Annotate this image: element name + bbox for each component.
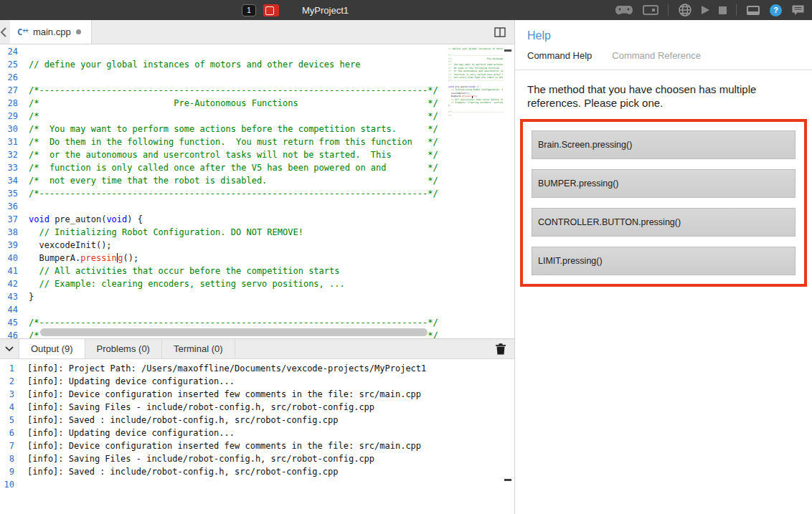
- collapse-panel-chevron-icon[interactable]: [0, 339, 19, 358]
- log-line-number: 8: [0, 452, 20, 465]
- help-button[interactable]: ?: [770, 4, 782, 16]
- code-line: [29, 71, 443, 84]
- line-number: 44: [0, 303, 24, 316]
- help-tab[interactable]: Command Reference: [612, 50, 701, 61]
- line-number: 45: [0, 316, 24, 329]
- line-number: 30: [0, 123, 24, 135]
- split-editor-button[interactable]: [494, 20, 514, 44]
- code-line: // define your global instances of motor…: [448, 47, 503, 50]
- log-line: [info]: Saved : include/robot-config.h, …: [27, 414, 506, 427]
- log-scroll-mark[interactable]: [504, 479, 511, 481]
- code-line: /* Do them in the following function. Yo…: [29, 135, 443, 148]
- project-title[interactable]: MyProject1: [302, 5, 349, 16]
- line-number: 41: [0, 265, 24, 277]
- toolbar: ?: [615, 0, 812, 20]
- log-line-number: 2: [0, 375, 20, 388]
- line-number: 33: [0, 161, 24, 174]
- help-tab[interactable]: Command Help: [527, 50, 592, 61]
- horizontal-scrollbar[interactable]: [40, 328, 428, 336]
- code-line: /*--------------------------------------…: [29, 187, 443, 200]
- code-line: /* not every time that the robot is disa…: [29, 174, 443, 187]
- help-option[interactable]: BUMPER.pressing(): [532, 169, 796, 198]
- help-panel-title: Help: [515, 20, 812, 50]
- line-number: 43: [0, 290, 24, 303]
- stop-icon: [719, 6, 727, 14]
- topbar: 1 MyProject1 ?: [0, 0, 812, 20]
- output-tab[interactable]: Output (9): [19, 339, 85, 358]
- app-window: 1 MyProject1 ?: [0, 0, 812, 514]
- line-number: 32: [0, 148, 24, 161]
- log-line: [info]: Updating device configuration...: [27, 375, 506, 388]
- help-option[interactable]: Brain.Screen.pressing(): [532, 130, 796, 159]
- tab-main-cpp[interactable]: C++ main.cpp: [10, 20, 92, 44]
- minimap[interactable]: // define your global instances of motor…: [448, 44, 503, 338]
- line-number: 35: [0, 187, 24, 200]
- code-line: // Example: clearing encoders, setting s…: [29, 277, 443, 290]
- line-number: 24: [0, 45, 24, 58]
- code-line: // Example: clearing encoders, setting s…: [448, 101, 503, 104]
- clear-output-trash-icon[interactable]: [487, 339, 514, 358]
- code-line: [29, 45, 443, 58]
- unsaved-indicator: [76, 29, 81, 34]
- output-tabs: Output (9)Problems (0)Terminal (0): [19, 339, 235, 358]
- help-option[interactable]: LIMIT.pressing(): [532, 247, 796, 275]
- output-tab-bar: Output (9)Problems (0)Terminal (0): [0, 338, 514, 359]
- log-line: [27, 478, 506, 491]
- code-line: void pre_auton(void) {: [29, 213, 443, 226]
- line-number: 25: [0, 58, 24, 71]
- run-button[interactable]: [702, 6, 709, 14]
- log-line-number: 1: [0, 362, 20, 375]
- brain-device-icon[interactable]: [643, 4, 658, 16]
- log-line-number: 6: [0, 427, 20, 439]
- code-line: /* Pre-Autonomous Functions */: [29, 97, 443, 110]
- code-line: /*--------------------------------------…: [29, 316, 443, 329]
- help-tabs: Command HelpCommand Reference: [515, 50, 812, 70]
- code-line: // define your global instances of motor…: [29, 58, 443, 71]
- controller-icon[interactable]: [615, 4, 633, 16]
- download-to-brain-icon[interactable]: [678, 3, 692, 17]
- code-line: /* */: [448, 114, 503, 117]
- log-line-number: 4: [0, 401, 20, 414]
- output-log[interactable]: 12345678910 [info]: Project Path: /Users…: [0, 359, 514, 514]
- code-editor[interactable]: 2425262728293031323334353637383940414243…: [0, 44, 514, 338]
- feedback-chat-icon[interactable]: [791, 4, 805, 16]
- toolbar-divider: [668, 4, 669, 16]
- output-tab[interactable]: Terminal (0): [162, 339, 235, 358]
- editor-column: C++ main.cpp 242526272829303132333435363…: [0, 20, 514, 514]
- log-line: [info]: Device configuration inserted fe…: [27, 439, 506, 452]
- slot-icon[interactable]: 1: [242, 4, 256, 16]
- code-line: BumperA.pressing();: [29, 252, 443, 265]
- log-line: [info]: Saving Files - include/robot-con…: [27, 452, 506, 465]
- code-line: [29, 200, 443, 213]
- code-line: vexcodeInit();: [29, 239, 443, 252]
- code-line: /* function is only called once after th…: [29, 161, 443, 174]
- code-line: }: [29, 290, 443, 303]
- back-chevron-icon[interactable]: [0, 20, 10, 44]
- help-question-icon: ?: [773, 6, 778, 14]
- help-panel: Help Command HelpCommand Reference The m…: [514, 20, 812, 514]
- help-option[interactable]: CONTROLLER.BUTTON.pressing(): [532, 208, 796, 237]
- code-gutter: 2425262728293031323334353637383940414243…: [0, 45, 24, 338]
- cpp-file-icon: C++: [17, 27, 28, 37]
- code-line: /*--------------------------------------…: [448, 79, 503, 82]
- code-content[interactable]: // define your global instances of motor…: [29, 45, 443, 338]
- code-line: [29, 303, 443, 316]
- print-console-icon[interactable]: [746, 5, 760, 16]
- line-number: 40: [0, 252, 24, 265]
- scroll-overview-mark: [504, 49, 511, 52]
- log-line-number: 9: [0, 465, 20, 478]
- line-number: 27: [0, 84, 24, 97]
- code-line: // All activities that occur before the …: [29, 265, 443, 277]
- log-line-number: 10: [0, 478, 20, 491]
- line-number: 26: [0, 71, 24, 84]
- log-line-number: 3: [0, 388, 20, 401]
- log-line: [info]: Updating device configuration...: [27, 427, 506, 439]
- log-line: [info]: Project Path: /Users/maxoffline/…: [27, 362, 506, 375]
- line-number: 28: [0, 97, 24, 110]
- minimap-content: // define your global instances of motor…: [448, 44, 503, 117]
- play-icon: [702, 6, 709, 14]
- vex-brain-icon[interactable]: [263, 4, 279, 16]
- log-line: [info]: Saved : include/robot-config.h, …: [27, 465, 506, 478]
- stop-button[interactable]: [719, 6, 727, 14]
- output-tab[interactable]: Problems (0): [85, 339, 162, 358]
